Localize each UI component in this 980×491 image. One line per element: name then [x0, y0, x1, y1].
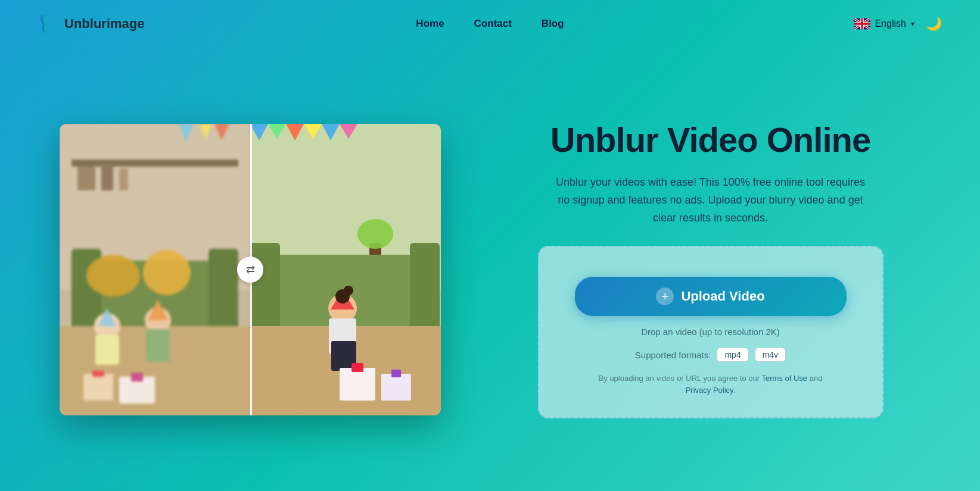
before-image [60, 124, 250, 415]
svg-rect-39 [410, 243, 440, 335]
main-nav: Home Contact Blog [416, 18, 564, 30]
logo[interactable]: Unblurimage [36, 12, 144, 35]
logo-text: Unblurimage [64, 16, 144, 32]
upload-button-label: Upload Video [681, 289, 764, 304]
moon-icon: 🌙 [926, 16, 942, 32]
upload-video-button[interactable]: + Upload Video [575, 277, 847, 316]
format-badge-mp4: mp4 [717, 348, 748, 362]
svg-rect-26 [60, 124, 250, 415]
flag-icon [854, 18, 870, 30]
svg-rect-51 [391, 370, 401, 377]
svg-rect-47 [340, 368, 375, 401]
plus-circle-icon: + [656, 287, 674, 305]
nav-blog[interactable]: Blog [542, 18, 564, 30]
terms-text: By uploading an video or URL you agree t… [586, 373, 836, 396]
formats-row: Supported formats: mp4 m4v [635, 348, 786, 362]
swap-icon: ⇄ [246, 263, 255, 276]
drop-text: Drop an video (up to resolution 2K) [641, 327, 780, 337]
svg-point-49 [354, 363, 361, 370]
terms-link[interactable]: Terms of Use [762, 374, 808, 383]
theme-toggle-button[interactable]: 🌙 [923, 13, 944, 35]
page-subtitle: Unblur your videos with ease! This 100% … [556, 174, 866, 227]
formats-label: Supported formats: [635, 350, 711, 360]
image-comparison-widget: ⇄ [60, 124, 441, 415]
svg-rect-50 [381, 374, 411, 401]
comparison-toggle-button[interactable]: ⇄ [237, 257, 263, 283]
language-label: English [875, 18, 906, 29]
right-panel: Unblur Video Online Unblur your videos w… [489, 120, 932, 419]
svg-point-36 [357, 219, 393, 249]
svg-point-45 [344, 286, 353, 295]
format-badge-m4v: m4v [755, 348, 786, 362]
language-selector[interactable]: English ▾ [854, 18, 914, 30]
nav-home[interactable]: Home [416, 18, 444, 30]
svg-rect-38 [250, 243, 280, 335]
page-title: Unblur Video Online [550, 120, 870, 160]
upload-box: + Upload Video Drop an video (up to reso… [538, 246, 883, 418]
header-right: English ▾ 🌙 [854, 13, 944, 35]
nav-contact[interactable]: Contact [474, 18, 512, 30]
logo-icon [36, 12, 58, 35]
chevron-down-icon: ▾ [911, 20, 914, 28]
main-content: ⇄ Unblur Video Online Unblur your videos… [0, 48, 980, 491]
privacy-link[interactable]: Privacy Policy [686, 386, 733, 395]
after-image [250, 124, 441, 415]
